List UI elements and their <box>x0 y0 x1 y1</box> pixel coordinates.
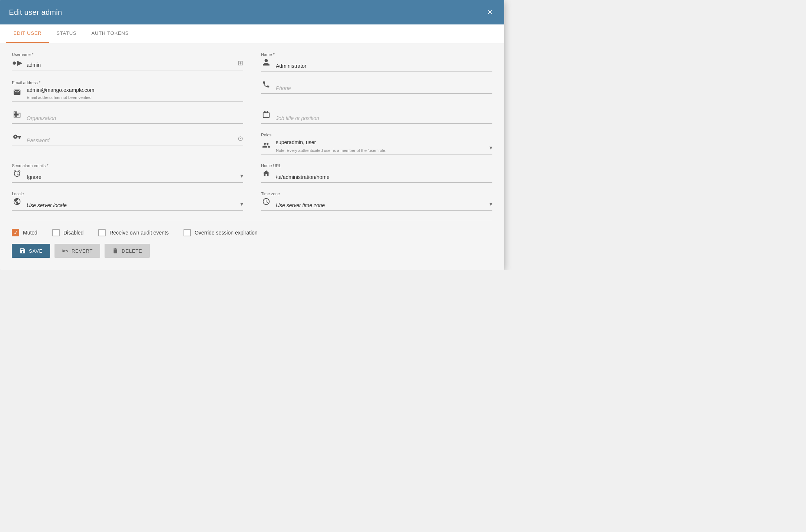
col-phone <box>261 80 492 102</box>
roles-note: Note: Every authenticated user is a memb… <box>276 148 485 153</box>
locale-select-wrapper: Use server locale ▾ <box>12 197 243 211</box>
edit-user-dialog: Edit user admin × EDIT USER STATUS AUTH … <box>0 0 504 270</box>
dialog-title: Edit user admin <box>9 8 62 17</box>
receive-audit-checkbox-item[interactable]: Receive own audit events <box>98 229 169 236</box>
tab-bar: EDIT USER STATUS AUTH TOKENS <box>0 24 504 43</box>
username-field-group: ●▶ ⊞ <box>12 58 243 70</box>
generate-icon[interactable]: ⊙ <box>238 134 243 144</box>
override-session-checkbox[interactable] <box>184 229 191 236</box>
name-input[interactable] <box>276 62 492 70</box>
home-url-label: Home URL <box>261 163 492 168</box>
roles-select[interactable]: superadmin, user <box>276 139 485 146</box>
phone-icon <box>261 80 271 92</box>
home-url-input[interactable] <box>276 173 492 181</box>
alarm-select-wrapper: Ignore ▾ <box>12 169 243 183</box>
locale-label: Locale <box>12 192 243 196</box>
receive-audit-checkbox[interactable] <box>98 229 106 236</box>
org-field-group <box>12 110 243 124</box>
tab-edit-user[interactable]: EDIT USER <box>6 24 49 43</box>
password-inner <box>27 137 233 144</box>
locale-select[interactable]: Use server locale <box>27 202 236 209</box>
name-inner <box>276 62 492 70</box>
organization-input[interactable] <box>27 114 243 122</box>
col-alarm-emails: Send alarm emails Ignore ▾ <box>12 163 243 183</box>
alarm-label: Send alarm emails <box>12 163 243 168</box>
form-body: Username ●▶ ⊞ Name <box>0 43 504 270</box>
alarm-arrow-icon: ▾ <box>240 172 243 181</box>
job-field-group <box>261 110 492 124</box>
override-session-label: Override session expiration <box>195 230 258 236</box>
col-email: Email address Email address has not been… <box>12 80 243 102</box>
col-roles: Roles superadmin, user Note: Every authe… <box>261 133 492 154</box>
username-inner <box>27 61 233 69</box>
building-icon <box>12 110 22 122</box>
name-field-group <box>261 58 492 72</box>
alarm-select[interactable]: Ignore <box>27 173 236 181</box>
password-input[interactable] <box>27 137 233 144</box>
revert-icon <box>62 247 69 254</box>
checkboxes-row: Muted Disabled Receive own audit events … <box>12 223 492 239</box>
locale-inner: Use server locale <box>27 202 236 209</box>
delete-label: DELETE <box>122 248 142 254</box>
override-session-checkbox-item[interactable]: Override session expiration <box>184 229 258 236</box>
email-input[interactable] <box>27 86 243 94</box>
muted-checkbox[interactable] <box>12 229 19 236</box>
username-label: Username <box>12 52 243 57</box>
key-icon <box>12 133 22 144</box>
save-button[interactable]: SAVE <box>12 244 50 258</box>
job-title-input[interactable] <box>276 114 492 122</box>
timezone-label: Time zone <box>261 192 492 196</box>
tab-status[interactable]: STATUS <box>49 24 84 43</box>
col-job-title <box>261 110 492 124</box>
org-inner <box>27 114 243 122</box>
timezone-select-wrapper: Use server time zone ▾ <box>261 197 492 211</box>
disabled-checkbox-item[interactable]: Disabled <box>52 229 83 236</box>
locale-arrow-icon: ▾ <box>240 200 243 209</box>
phone-field-group <box>261 80 492 94</box>
row-username-name: Username ●▶ ⊞ Name <box>12 52 492 72</box>
email-field-group: Email address has not been verified <box>12 86 243 102</box>
email-label: Email address <box>12 80 243 85</box>
password-field-group: ⊙ <box>12 133 243 146</box>
receive-audit-label: Receive own audit events <box>109 230 169 236</box>
email-inner: Email address has not been verified <box>27 86 243 100</box>
delete-button[interactable]: DELETE <box>105 244 149 258</box>
close-button[interactable]: × <box>485 7 495 18</box>
col-home-url: Home URL <box>261 163 492 183</box>
dialog-header: Edit user admin × <box>0 0 504 24</box>
generate-password-icon[interactable]: ⊞ <box>238 59 243 69</box>
timezone-select[interactable]: Use server time zone <box>276 202 485 209</box>
row-org-job <box>12 110 492 124</box>
email-hint: Email address has not been verified <box>27 95 243 100</box>
tab-auth-tokens[interactable]: AUTH TOKENS <box>84 24 136 43</box>
home-url-inner <box>276 173 492 181</box>
row-email-phone: Email address Email address has not been… <box>12 80 492 102</box>
col-username: Username ●▶ ⊞ <box>12 52 243 72</box>
job-title-inner <box>276 114 492 122</box>
globe-icon <box>12 197 22 209</box>
tag-icon: ●▶ <box>12 58 22 69</box>
briefcase-icon <box>261 110 271 122</box>
divider <box>12 220 492 220</box>
disabled-label: Disabled <box>63 230 83 236</box>
muted-label: Muted <box>23 230 37 236</box>
revert-button[interactable]: REVERT <box>54 244 100 258</box>
phone-input[interactable] <box>276 84 492 92</box>
disabled-checkbox[interactable] <box>52 229 60 236</box>
row-password-roles: ⊙ Roles superadmin, user Note: Every aut… <box>12 133 492 154</box>
roles-select-wrapper: superadmin, user Note: Every authenticat… <box>261 139 492 154</box>
col-locale: Locale Use server locale ▾ <box>12 192 243 211</box>
save-icon <box>19 247 26 254</box>
person-icon <box>261 58 271 70</box>
phone-inner <box>276 84 492 92</box>
save-label: SAVE <box>29 248 43 254</box>
col-password: ⊙ <box>12 133 243 154</box>
username-input[interactable] <box>27 61 233 69</box>
email-icon <box>12 88 22 100</box>
timezone-arrow-icon: ▾ <box>489 200 492 209</box>
revert-label: REVERT <box>72 248 93 254</box>
col-timezone: Time zone Use server time zone ▾ <box>261 192 492 211</box>
muted-checkbox-item[interactable]: Muted <box>12 229 37 236</box>
roles-inner: superadmin, user Note: Every authenticat… <box>276 139 485 153</box>
row-locale-timezone: Locale Use server locale ▾ Time zone <box>12 192 492 211</box>
